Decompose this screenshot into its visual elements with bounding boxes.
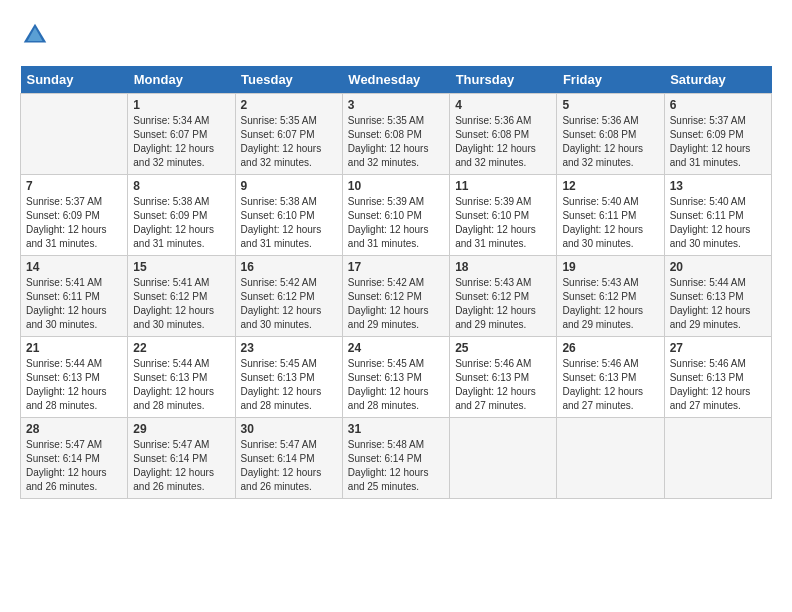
calendar-cell: 13Sunrise: 5:40 AM Sunset: 6:11 PM Dayli… (664, 175, 771, 256)
calendar-cell (450, 418, 557, 499)
calendar-cell: 16Sunrise: 5:42 AM Sunset: 6:12 PM Dayli… (235, 256, 342, 337)
cell-info: Sunrise: 5:41 AM Sunset: 6:12 PM Dayligh… (133, 276, 229, 332)
calendar-cell: 8Sunrise: 5:38 AM Sunset: 6:09 PM Daylig… (128, 175, 235, 256)
calendar-cell (664, 418, 771, 499)
header (20, 20, 772, 50)
header-cell-sunday: Sunday (21, 66, 128, 94)
cell-info: Sunrise: 5:43 AM Sunset: 6:12 PM Dayligh… (455, 276, 551, 332)
day-number: 7 (26, 179, 122, 193)
cell-info: Sunrise: 5:40 AM Sunset: 6:11 PM Dayligh… (562, 195, 658, 251)
day-number: 29 (133, 422, 229, 436)
cell-info: Sunrise: 5:43 AM Sunset: 6:12 PM Dayligh… (562, 276, 658, 332)
cell-info: Sunrise: 5:41 AM Sunset: 6:11 PM Dayligh… (26, 276, 122, 332)
cell-info: Sunrise: 5:47 AM Sunset: 6:14 PM Dayligh… (241, 438, 337, 494)
calendar-cell: 18Sunrise: 5:43 AM Sunset: 6:12 PM Dayli… (450, 256, 557, 337)
cell-info: Sunrise: 5:40 AM Sunset: 6:11 PM Dayligh… (670, 195, 766, 251)
calendar-table: SundayMondayTuesdayWednesdayThursdayFrid… (20, 66, 772, 499)
calendar-cell: 15Sunrise: 5:41 AM Sunset: 6:12 PM Dayli… (128, 256, 235, 337)
calendar-cell: 11Sunrise: 5:39 AM Sunset: 6:10 PM Dayli… (450, 175, 557, 256)
day-number: 21 (26, 341, 122, 355)
day-number: 22 (133, 341, 229, 355)
header-row: SundayMondayTuesdayWednesdayThursdayFrid… (21, 66, 772, 94)
day-number: 20 (670, 260, 766, 274)
calendar-cell: 23Sunrise: 5:45 AM Sunset: 6:13 PM Dayli… (235, 337, 342, 418)
day-number: 18 (455, 260, 551, 274)
calendar-cell: 10Sunrise: 5:39 AM Sunset: 6:10 PM Dayli… (342, 175, 449, 256)
cell-info: Sunrise: 5:39 AM Sunset: 6:10 PM Dayligh… (348, 195, 444, 251)
day-number: 12 (562, 179, 658, 193)
calendar-cell: 19Sunrise: 5:43 AM Sunset: 6:12 PM Dayli… (557, 256, 664, 337)
calendar-cell: 20Sunrise: 5:44 AM Sunset: 6:13 PM Dayli… (664, 256, 771, 337)
calendar-cell (557, 418, 664, 499)
header-cell-wednesday: Wednesday (342, 66, 449, 94)
calendar-cell: 29Sunrise: 5:47 AM Sunset: 6:14 PM Dayli… (128, 418, 235, 499)
day-number: 8 (133, 179, 229, 193)
cell-info: Sunrise: 5:34 AM Sunset: 6:07 PM Dayligh… (133, 114, 229, 170)
cell-info: Sunrise: 5:46 AM Sunset: 6:13 PM Dayligh… (455, 357, 551, 413)
calendar-cell: 17Sunrise: 5:42 AM Sunset: 6:12 PM Dayli… (342, 256, 449, 337)
page: SundayMondayTuesdayWednesdayThursdayFrid… (0, 0, 792, 612)
calendar-cell: 22Sunrise: 5:44 AM Sunset: 6:13 PM Dayli… (128, 337, 235, 418)
cell-info: Sunrise: 5:38 AM Sunset: 6:10 PM Dayligh… (241, 195, 337, 251)
day-number: 3 (348, 98, 444, 112)
calendar-cell: 31Sunrise: 5:48 AM Sunset: 6:14 PM Dayli… (342, 418, 449, 499)
cell-info: Sunrise: 5:45 AM Sunset: 6:13 PM Dayligh… (241, 357, 337, 413)
cell-info: Sunrise: 5:47 AM Sunset: 6:14 PM Dayligh… (26, 438, 122, 494)
day-number: 14 (26, 260, 122, 274)
calendar-cell: 6Sunrise: 5:37 AM Sunset: 6:09 PM Daylig… (664, 94, 771, 175)
header-cell-monday: Monday (128, 66, 235, 94)
calendar-cell: 12Sunrise: 5:40 AM Sunset: 6:11 PM Dayli… (557, 175, 664, 256)
day-number: 15 (133, 260, 229, 274)
calendar-cell: 24Sunrise: 5:45 AM Sunset: 6:13 PM Dayli… (342, 337, 449, 418)
cell-info: Sunrise: 5:37 AM Sunset: 6:09 PM Dayligh… (26, 195, 122, 251)
day-number: 26 (562, 341, 658, 355)
cell-info: Sunrise: 5:36 AM Sunset: 6:08 PM Dayligh… (455, 114, 551, 170)
day-number: 10 (348, 179, 444, 193)
cell-info: Sunrise: 5:45 AM Sunset: 6:13 PM Dayligh… (348, 357, 444, 413)
calendar-cell (21, 94, 128, 175)
calendar-cell: 5Sunrise: 5:36 AM Sunset: 6:08 PM Daylig… (557, 94, 664, 175)
cell-info: Sunrise: 5:39 AM Sunset: 6:10 PM Dayligh… (455, 195, 551, 251)
day-number: 16 (241, 260, 337, 274)
cell-info: Sunrise: 5:44 AM Sunset: 6:13 PM Dayligh… (670, 276, 766, 332)
cell-info: Sunrise: 5:42 AM Sunset: 6:12 PM Dayligh… (348, 276, 444, 332)
calendar-cell: 26Sunrise: 5:46 AM Sunset: 6:13 PM Dayli… (557, 337, 664, 418)
calendar-cell: 28Sunrise: 5:47 AM Sunset: 6:14 PM Dayli… (21, 418, 128, 499)
cell-info: Sunrise: 5:46 AM Sunset: 6:13 PM Dayligh… (670, 357, 766, 413)
week-row-2: 14Sunrise: 5:41 AM Sunset: 6:11 PM Dayli… (21, 256, 772, 337)
day-number: 27 (670, 341, 766, 355)
week-row-4: 28Sunrise: 5:47 AM Sunset: 6:14 PM Dayli… (21, 418, 772, 499)
day-number: 13 (670, 179, 766, 193)
day-number: 4 (455, 98, 551, 112)
calendar-cell: 3Sunrise: 5:35 AM Sunset: 6:08 PM Daylig… (342, 94, 449, 175)
header-cell-thursday: Thursday (450, 66, 557, 94)
calendar-cell: 30Sunrise: 5:47 AM Sunset: 6:14 PM Dayli… (235, 418, 342, 499)
day-number: 23 (241, 341, 337, 355)
cell-info: Sunrise: 5:38 AM Sunset: 6:09 PM Dayligh… (133, 195, 229, 251)
cell-info: Sunrise: 5:46 AM Sunset: 6:13 PM Dayligh… (562, 357, 658, 413)
calendar-cell: 14Sunrise: 5:41 AM Sunset: 6:11 PM Dayli… (21, 256, 128, 337)
day-number: 6 (670, 98, 766, 112)
logo-icon (20, 20, 50, 50)
week-row-0: 1Sunrise: 5:34 AM Sunset: 6:07 PM Daylig… (21, 94, 772, 175)
day-number: 2 (241, 98, 337, 112)
day-number: 24 (348, 341, 444, 355)
cell-info: Sunrise: 5:42 AM Sunset: 6:12 PM Dayligh… (241, 276, 337, 332)
cell-info: Sunrise: 5:47 AM Sunset: 6:14 PM Dayligh… (133, 438, 229, 494)
calendar-cell: 7Sunrise: 5:37 AM Sunset: 6:09 PM Daylig… (21, 175, 128, 256)
calendar-cell: 27Sunrise: 5:46 AM Sunset: 6:13 PM Dayli… (664, 337, 771, 418)
day-number: 1 (133, 98, 229, 112)
day-number: 25 (455, 341, 551, 355)
cell-info: Sunrise: 5:44 AM Sunset: 6:13 PM Dayligh… (133, 357, 229, 413)
cell-info: Sunrise: 5:44 AM Sunset: 6:13 PM Dayligh… (26, 357, 122, 413)
day-number: 31 (348, 422, 444, 436)
day-number: 9 (241, 179, 337, 193)
header-cell-tuesday: Tuesday (235, 66, 342, 94)
day-number: 19 (562, 260, 658, 274)
cell-info: Sunrise: 5:35 AM Sunset: 6:07 PM Dayligh… (241, 114, 337, 170)
cell-info: Sunrise: 5:36 AM Sunset: 6:08 PM Dayligh… (562, 114, 658, 170)
header-cell-saturday: Saturday (664, 66, 771, 94)
week-row-1: 7Sunrise: 5:37 AM Sunset: 6:09 PM Daylig… (21, 175, 772, 256)
day-number: 30 (241, 422, 337, 436)
day-number: 5 (562, 98, 658, 112)
